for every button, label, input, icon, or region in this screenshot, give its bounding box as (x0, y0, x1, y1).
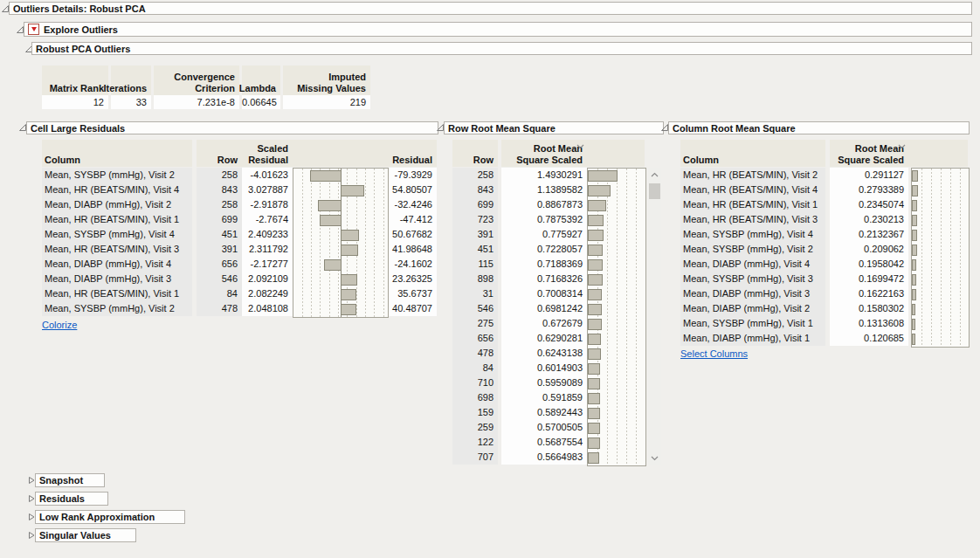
colorize-link[interactable]: Colorize (42, 320, 77, 330)
cell-value: 0.6243138 (501, 346, 587, 361)
cell-row: 122 (452, 435, 498, 450)
bar[interactable] (589, 379, 600, 389)
bar[interactable] (589, 438, 600, 449)
panel-title-snapshot[interactable]: Snapshot (35, 473, 105, 487)
cell-value: 0.775927 (501, 227, 587, 242)
cell-scaled: -4.01623 (242, 168, 293, 183)
panel-title-singular-values[interactable]: Singular Values (35, 528, 136, 542)
cell-value: 0.7188369 (501, 257, 587, 272)
bar[interactable] (341, 290, 356, 300)
sort-chevron-icon[interactable] (576, 144, 584, 149)
bar[interactable] (341, 245, 358, 256)
bar[interactable] (589, 305, 602, 315)
red-triangle-menu-icon[interactable] (28, 24, 39, 35)
bar[interactable] (589, 424, 600, 434)
outline-robust-pca-outliers[interactable]: Robust PCA Outliers (31, 42, 972, 55)
cell-value: 0.5959089 (501, 375, 587, 390)
select-columns-link[interactable]: Select Columns (680, 348, 748, 359)
panel-title: Low Rank Approximation (39, 512, 155, 522)
scroll-down-button[interactable] (648, 451, 661, 465)
cell-row: 710 (452, 375, 498, 390)
bar[interactable] (913, 260, 916, 271)
bar[interactable] (913, 305, 915, 315)
bar[interactable] (913, 201, 917, 211)
bar[interactable] (913, 275, 916, 286)
bar[interactable] (341, 231, 359, 241)
scaled-residual-bars (293, 169, 388, 317)
summary-value: 7.231e-8 (154, 95, 239, 109)
summary-column: Convergence Criterion7.231e-8 (154, 65, 239, 109)
bar[interactable] (341, 186, 363, 196)
col-header-row[interactable]: Row (452, 140, 498, 167)
cell-value: 0.291127 (830, 168, 908, 183)
summary-value: 0.06645 (242, 95, 280, 109)
bar[interactable] (589, 275, 603, 286)
bar[interactable] (913, 320, 915, 330)
bar[interactable] (320, 216, 341, 226)
cell-scaled: -2.7674 (242, 212, 293, 227)
bar[interactable] (319, 201, 341, 211)
bar[interactable] (589, 349, 601, 360)
panel-title-residuals[interactable]: Residuals (35, 492, 108, 506)
bar[interactable] (913, 216, 917, 226)
col-header-rms-scaled[interactable]: Root Mean Square Scaled (501, 140, 587, 167)
sort-chevron-icon[interactable] (898, 144, 906, 149)
cell-row: 31 (452, 286, 498, 301)
cell-row: 391 (197, 242, 242, 257)
table-header-row: Row Root Mean Square Scaled (452, 140, 661, 167)
cell-column: Mean, HR (BEATS/MIN), Visit 2 (680, 168, 825, 183)
bar[interactable] (589, 453, 599, 464)
cell-column: Mean, DIABP (mmHg), Visit 1 (680, 331, 825, 346)
cell-residual: 40.48707 (387, 301, 437, 316)
bar[interactable] (589, 231, 604, 241)
bar[interactable] (913, 245, 917, 256)
col-header-rms-scaled[interactable]: Root Mean Square Scaled (830, 140, 908, 167)
panel-title-cell-large-residuals[interactable]: Cell Large Residuals (26, 121, 438, 134)
panel-title-column-root-mean-square[interactable]: Column Root Mean Square (668, 121, 970, 134)
cell-value: 0.6981242 (501, 301, 587, 316)
col-header-scaled-residual[interactable]: Scaled Residual (242, 140, 293, 167)
col-header-residual[interactable]: Residual (387, 140, 437, 167)
bar[interactable] (913, 186, 918, 196)
bar[interactable] (341, 275, 356, 286)
vertical-scrollbar[interactable] (648, 168, 661, 465)
summary-column: Imputed Missing Values219 (283, 65, 370, 109)
outline-outliers-details[interactable]: Outliers Details: Robust PCA (9, 2, 972, 15)
scrollbar-thumb[interactable] (649, 183, 660, 199)
bar[interactable] (913, 290, 916, 300)
bar[interactable] (341, 305, 356, 315)
bar[interactable] (589, 334, 601, 345)
bar[interactable] (589, 216, 604, 226)
panel-title-row-root-mean-square[interactable]: Row Root Mean Square (444, 121, 664, 134)
bar[interactable] (589, 364, 600, 375)
bar[interactable] (589, 409, 600, 419)
bar[interactable] (310, 171, 341, 182)
outline-explore-outliers[interactable]: Explore Outliers (24, 22, 972, 37)
col-header-row[interactable]: Row (197, 140, 242, 167)
outline-title: Robust PCA Outliers (36, 44, 130, 54)
bar[interactable] (589, 260, 603, 271)
cell-column: Mean, HR (BEATS/MIN), Visit 1 (680, 197, 825, 212)
row-rms-bar-chart (587, 168, 646, 466)
col-header-column[interactable]: Column (680, 140, 825, 167)
panel-title: Row Root Mean Square (448, 123, 556, 134)
bar[interactable] (913, 171, 918, 182)
bar[interactable] (589, 290, 602, 300)
panel-title-low-rank-approximation[interactable]: Low Rank Approximation (35, 510, 185, 524)
bar[interactable] (589, 171, 618, 182)
bar[interactable] (913, 334, 915, 345)
scroll-up-button[interactable] (648, 168, 661, 181)
cell-column: Mean, DIABP (mmHg), Visit 3 (42, 272, 192, 286)
bar[interactable] (589, 201, 606, 211)
bar[interactable] (589, 245, 603, 256)
bar[interactable] (589, 394, 600, 404)
cell-row: 546 (452, 301, 498, 316)
cell-residual: 54.80507 (387, 183, 437, 197)
bar[interactable] (589, 320, 602, 330)
bar[interactable] (324, 260, 341, 271)
cell-column: Mean, DIABP (mmHg), Visit 2 (42, 197, 192, 212)
cell-value: 0.6290281 (501, 331, 587, 346)
bar[interactable] (913, 231, 917, 241)
col-header-column[interactable]: Column (42, 140, 192, 167)
bar[interactable] (589, 186, 611, 196)
